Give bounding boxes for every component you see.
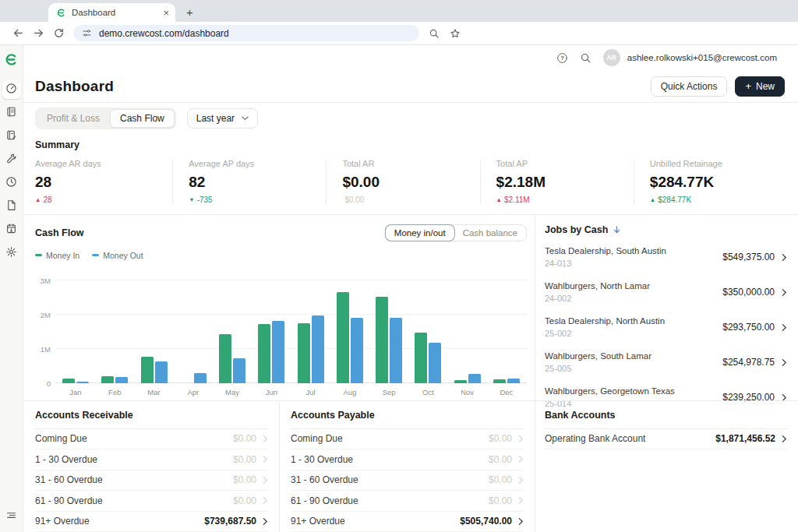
sidebar-item-schedule[interactable] — [2, 220, 21, 239]
summary-title: Summary — [35, 139, 798, 150]
account-row[interactable]: 61 - 90 Overdue $0.00 — [291, 491, 524, 512]
cashflow-view-tab[interactable]: Money in/out — [386, 225, 454, 241]
search-icon[interactable] — [580, 52, 591, 64]
bar-group-mar[interactable]: Mar — [139, 280, 170, 383]
bar-group-jan[interactable]: Jan — [60, 280, 91, 383]
cashflow-plot: JanFebMarAprMayJunJulAugSepOctNovDec — [55, 280, 527, 383]
chevron-right-icon — [782, 288, 787, 297]
sidebar-item-dashboard[interactable] — [2, 80, 21, 99]
bookmark-star-icon[interactable] — [450, 28, 461, 39]
bar-group-jul[interactable]: Jul — [295, 280, 327, 383]
crewcost-favicon-icon — [56, 8, 66, 18]
bar-money-out — [194, 373, 207, 382]
account-row[interactable]: 1 - 30 Overdue $0.00 — [291, 449, 524, 470]
wrench-icon — [5, 153, 17, 167]
bar-money-out — [468, 374, 481, 382]
help-icon[interactable]: ? — [556, 52, 568, 64]
account-row[interactable]: 91+ Overdue $505,740.00 — [291, 512, 524, 532]
browser-tab-strip: Dashboard × + — [0, 0, 798, 22]
y-axis-tick: 2M — [35, 310, 51, 319]
account-row[interactable]: Operating Bank Account $1,871,456.52 — [545, 429, 787, 450]
bar-group-oct[interactable]: Oct — [412, 280, 443, 383]
account-row[interactable]: 91+ Overdue $739,687.50 — [35, 512, 268, 532]
chevron-right-icon — [263, 496, 268, 505]
summary-stats: Average AR days 28 ▲28 Average AP days 8… — [35, 159, 798, 204]
sort-down-arrow-icon[interactable] — [613, 225, 621, 234]
new-tab-icon[interactable]: + — [186, 6, 193, 18]
browser-tab[interactable]: Dashboard × — [48, 3, 175, 22]
legend-item: Money Out — [92, 251, 143, 260]
delta-arrow-icon: ▼ — [189, 196, 194, 203]
bar-money-out — [272, 321, 284, 382]
stat-delta: ▲28 — [35, 196, 172, 204]
x-axis-label: Jan — [60, 388, 91, 396]
collapse-sidebar-icon[interactable] — [5, 509, 17, 524]
bar-group-apr[interactable]: Apr — [178, 280, 209, 383]
sidebar-item-documents[interactable] — [2, 197, 21, 216]
account-row[interactable]: 1 - 30 Overdue $0.00 — [35, 449, 268, 470]
chevron-right-icon — [518, 435, 524, 443]
account-row[interactable]: 31 - 60 Overdue $0.00 — [35, 470, 268, 491]
avatar[interactable]: AR — [603, 49, 620, 66]
bar-group-feb[interactable]: Feb — [99, 280, 130, 383]
user-email[interactable]: ashlee.rolkowski+015@crewcost.com — [627, 53, 777, 62]
summary-stat: Total AP $2.18M ▲$2.11M — [480, 159, 634, 204]
tab-close-icon[interactable]: × — [163, 8, 169, 18]
site-settings-icon[interactable] — [82, 28, 92, 38]
account-row[interactable]: Coming Due $0.00 — [35, 429, 268, 450]
job-row[interactable]: Wahlburgers, North Lamar 24-002 $350,000… — [545, 275, 787, 310]
job-row[interactable]: Wahlburgers, South Lamar 25-005 $254,978… — [545, 345, 787, 380]
report-tab[interactable]: Profit & Loss — [37, 109, 110, 128]
bank-accounts-title: Bank Accounts — [545, 410, 787, 429]
bar-money-out — [233, 358, 245, 382]
bar-group-aug[interactable]: Aug — [334, 280, 365, 383]
sidebar-item-settings[interactable] — [2, 244, 21, 262]
bar-money-in — [298, 323, 310, 382]
sidebar-item-tools[interactable] — [2, 150, 21, 169]
x-axis-label: Feb — [99, 388, 130, 396]
bar-group-sep[interactable]: Sep — [373, 280, 404, 383]
period-selector[interactable]: Last year — [187, 108, 258, 129]
chevron-right-icon — [518, 476, 524, 484]
chevron-right-icon — [782, 358, 787, 367]
account-row[interactable]: Coming Due $0.00 — [291, 429, 524, 450]
sidebar-item-time[interactable] — [2, 174, 21, 192]
bar-group-may[interactable]: May — [217, 280, 248, 383]
bar-group-jun[interactable]: Jun — [256, 280, 287, 383]
bar-money-out — [390, 318, 402, 383]
zoom-icon[interactable] — [429, 28, 440, 39]
accounts-payable-panel: Accounts Payable Coming Due $0.00 1 - 30… — [279, 401, 535, 532]
chevron-down-icon — [242, 116, 249, 121]
forward-arrow-icon[interactable] — [28, 24, 48, 43]
account-row[interactable]: 31 - 60 Overdue $0.00 — [291, 470, 524, 491]
bar-money-in — [219, 334, 231, 382]
quick-actions-button[interactable]: Quick Actions — [651, 76, 728, 97]
report-tab[interactable]: Cash Flow — [110, 109, 175, 128]
bar-money-out — [429, 343, 441, 383]
url-bar[interactable]: demo.crewcost.com/dashboard — [73, 25, 419, 41]
bar-group-dec[interactable]: Dec — [491, 280, 522, 383]
reload-icon[interactable] — [48, 24, 69, 43]
delta-arrow-icon: ▲ — [35, 196, 41, 203]
summary-stat: Total AR $0.00 $0.00 — [326, 159, 479, 204]
chevron-right-icon — [518, 455, 524, 463]
cashflow-view-tab[interactable]: Cash balance — [454, 225, 526, 241]
new-button[interactable]: +New — [735, 76, 785, 97]
job-row[interactable]: Tesla Dealership, North Austin 25-002 $2… — [545, 310, 787, 345]
crewcost-logo-icon[interactable] — [4, 52, 19, 67]
job-row[interactable]: Tesla Dealership, South Austin 24-013 $5… — [545, 240, 787, 275]
x-axis-label: May — [217, 388, 248, 396]
sidebar-item-invoices[interactable] — [2, 104, 21, 122]
back-arrow-icon[interactable] — [8, 24, 28, 43]
sidebar-item-bills[interactable] — [2, 127, 21, 146]
bar-money-out — [312, 315, 324, 382]
y-axis-tick: 0 — [35, 379, 51, 387]
y-axis-tick: 1M — [35, 344, 51, 353]
x-axis-label: Mar — [139, 388, 170, 396]
chevron-right-icon — [518, 517, 524, 526]
bar-group-nov[interactable]: Nov — [452, 280, 483, 383]
account-row[interactable]: 61 - 90 Overdue $0.00 — [35, 491, 268, 512]
cashflow-view-toggle: Money in/out Cash balance — [385, 224, 527, 241]
chevron-right-icon — [782, 435, 787, 443]
delta-arrow-icon: ▲ — [650, 196, 655, 203]
